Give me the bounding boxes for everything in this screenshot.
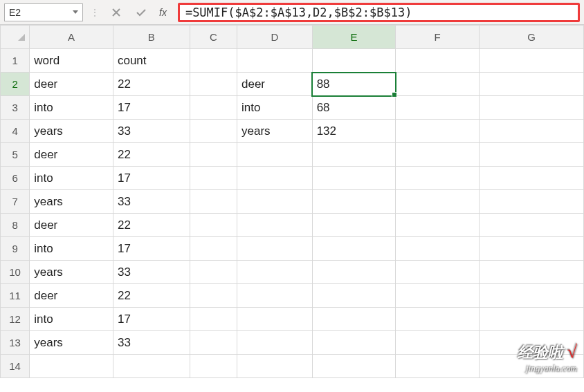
cell-A4[interactable]: years [30,120,113,143]
cell-B1[interactable]: count [113,49,190,73]
cell-E8[interactable] [312,214,396,237]
cell-B10[interactable]: 33 [113,261,190,284]
name-box[interactable]: E2 [4,3,83,21]
cell-F14[interactable] [396,355,480,378]
cell-G4[interactable] [480,120,584,143]
cell-E7[interactable] [312,190,396,214]
row-header[interactable]: 10 [1,261,30,284]
cell-E12[interactable] [312,308,396,331]
cell-A6[interactable]: into [30,167,113,190]
cell-A1[interactable]: word [30,49,113,73]
cell-D12[interactable] [237,308,313,331]
col-header-G[interactable]: G [480,26,584,49]
cell-D2[interactable]: deer [237,73,313,96]
cell-F4[interactable] [396,120,480,143]
cell-B5[interactable]: 22 [113,143,190,167]
cell-A11[interactable]: deer [30,284,113,308]
cell-C12[interactable] [190,308,237,331]
cell-A10[interactable]: years [30,261,113,284]
cancel-formula-button[interactable] [107,4,126,21]
cell-F11[interactable] [396,284,480,308]
row-header[interactable]: 4 [1,120,30,143]
cell-C6[interactable] [190,167,237,190]
cell-E5[interactable] [312,143,396,167]
formula-input[interactable]: =SUMIF($A$2:$A$13,D2,$B$2:$B$13) [178,3,580,22]
cell-B7[interactable]: 33 [113,190,190,214]
cell-D1[interactable] [237,49,313,73]
row-header[interactable]: 3 [1,96,30,120]
cell-C8[interactable] [190,214,237,237]
row-header[interactable]: 9 [1,237,30,261]
cell-A9[interactable]: into [30,237,113,261]
cell-A13[interactable]: years [30,331,113,355]
cell-B11[interactable]: 22 [113,284,190,308]
cell-G3[interactable] [480,96,584,120]
cell-F10[interactable] [396,261,480,284]
cell-F3[interactable] [396,96,480,120]
cell-G6[interactable] [480,167,584,190]
cell-F13[interactable] [396,331,480,355]
row-header[interactable]: 12 [1,308,30,331]
cell-B4[interactable]: 33 [113,120,190,143]
cell-B14[interactable] [113,355,190,378]
cell-E10[interactable] [312,261,396,284]
cell-E1[interactable] [312,49,396,73]
cell-C14[interactable] [190,355,237,378]
col-header-A[interactable]: A [30,26,113,49]
cell-E4[interactable]: 132 [312,120,396,143]
cell-A12[interactable]: into [30,308,113,331]
cell-D10[interactable] [237,261,313,284]
col-header-D[interactable]: D [237,26,313,49]
cell-E13[interactable] [312,331,396,355]
cell-F5[interactable] [396,143,480,167]
cell-A2[interactable]: deer [30,73,113,96]
cell-F6[interactable] [396,167,480,190]
cell-C11[interactable] [190,284,237,308]
cell-G9[interactable] [480,237,584,261]
cell-D4[interactable]: years [237,120,313,143]
cell-A7[interactable]: years [30,190,113,214]
cell-D13[interactable] [237,331,313,355]
cell-F9[interactable] [396,237,480,261]
cell-G5[interactable] [480,143,584,167]
cell-C4[interactable] [190,120,237,143]
cell-E2[interactable]: 88 [312,73,396,96]
cell-C7[interactable] [190,190,237,214]
row-header[interactable]: 8 [1,214,30,237]
cell-G14[interactable] [480,355,584,378]
cell-A5[interactable]: deer [30,143,113,167]
confirm-formula-button[interactable] [131,4,151,21]
chevron-down-icon[interactable] [73,10,78,14]
cell-E6[interactable] [312,167,396,190]
col-header-E[interactable]: E [312,26,396,49]
row-header[interactable]: 11 [1,284,30,308]
cell-F7[interactable] [396,190,480,214]
cell-D11[interactable] [237,284,313,308]
cell-B8[interactable]: 22 [113,214,190,237]
cell-C13[interactable] [190,331,237,355]
cell-D7[interactable] [237,190,313,214]
cell-B13[interactable]: 33 [113,331,190,355]
row-header[interactable]: 5 [1,143,30,167]
cell-A3[interactable]: into [30,96,113,120]
row-header[interactable]: 2 [1,73,30,96]
cell-E11[interactable] [312,284,396,308]
spreadsheet-grid[interactable]: A B C D E F G 1wordcount2deer22deer883in… [0,25,584,378]
cell-C1[interactable] [190,49,237,73]
cell-G12[interactable] [480,308,584,331]
row-header[interactable]: 7 [1,190,30,214]
col-header-F[interactable]: F [396,26,480,49]
cell-C9[interactable] [190,237,237,261]
cell-A8[interactable]: deer [30,214,113,237]
cell-F2[interactable] [396,73,480,96]
cell-D9[interactable] [237,237,313,261]
cell-D5[interactable] [237,143,313,167]
cell-E9[interactable] [312,237,396,261]
cell-D14[interactable] [237,355,313,378]
row-header[interactable]: 6 [1,167,30,190]
cell-C3[interactable] [190,96,237,120]
cell-C2[interactable] [190,73,237,96]
cell-D6[interactable] [237,167,313,190]
cell-G11[interactable] [480,284,584,308]
cell-B12[interactable]: 17 [113,308,190,331]
